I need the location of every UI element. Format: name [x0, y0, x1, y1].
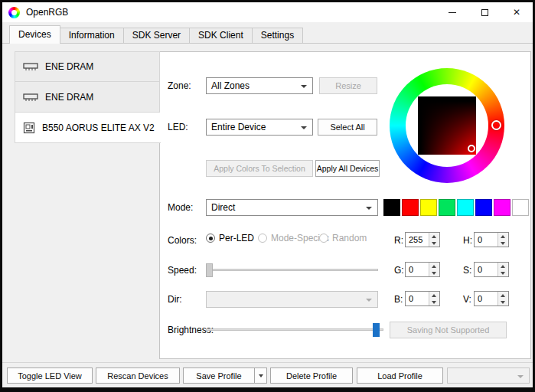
green-value: 0: [409, 265, 413, 274]
hue-label: H:: [463, 235, 472, 246]
hue-marker[interactable]: [491, 120, 501, 130]
zone-select[interactable]: All Zones: [206, 77, 313, 94]
spin-down-icon[interactable]: [498, 240, 508, 247]
spin-up-icon[interactable]: [498, 292, 508, 299]
apply-colors-to-selection-button: Apply Colors To Selection: [206, 160, 313, 177]
minimize-icon: [449, 12, 456, 13]
tab-settings[interactable]: Settings: [252, 28, 303, 43]
color-swatch[interactable]: [457, 199, 474, 216]
chevron-down-icon: [366, 207, 372, 210]
radio-dot-icon: [206, 234, 215, 243]
color-swatch[interactable]: [383, 199, 400, 216]
toggle-led-view-button[interactable]: Toggle LED View: [7, 368, 93, 384]
radio-random-label: Random: [332, 233, 367, 243]
apply-all-devices-button[interactable]: Apply All Devices: [315, 160, 380, 177]
spin-down-icon[interactable]: [429, 240, 439, 247]
save-profile-split-button: Save Profile: [183, 368, 267, 384]
spin-down-icon[interactable]: [429, 299, 439, 305]
radio-dot-icon: [258, 234, 267, 243]
speed-label: Speed:: [168, 265, 197, 276]
chevron-down-icon: [366, 299, 372, 302]
zone-select-value: All Zones: [211, 80, 250, 91]
spin-up-icon[interactable]: [498, 233, 508, 240]
openrgb-logo-icon: [8, 7, 20, 18]
brightness-slider[interactable]: [206, 323, 383, 337]
color-swatch[interactable]: [439, 199, 455, 216]
tab-devices[interactable]: Devices: [9, 25, 60, 44]
color-swatch-row: [383, 199, 529, 216]
device-item-label: ENE DRAM: [45, 61, 93, 72]
footer-toolbar: Toggle LED View Rescan Devices Save Prof…: [2, 362, 533, 387]
tab-sdk-server[interactable]: SDK Server: [123, 28, 190, 43]
radio-dot-icon: [319, 234, 328, 243]
select-all-button[interactable]: Select All: [318, 119, 377, 136]
color-swatch[interactable]: [402, 199, 419, 216]
spin-down-icon[interactable]: [498, 299, 508, 305]
minimize-button[interactable]: [436, 2, 468, 22]
device-panel: Zone: All Zones Resize LED: Entire Devic…: [159, 51, 531, 359]
hue-value: 0: [478, 235, 482, 244]
close-icon: ✕: [513, 8, 520, 17]
device-item-label: B550 AORUS ELITE AX V2: [42, 122, 155, 133]
spin-down-icon[interactable]: [498, 270, 508, 276]
blue-label: B:: [394, 294, 403, 305]
radio-per-led[interactable]: Per-LED: [206, 233, 254, 243]
led-label: LED:: [168, 122, 188, 132]
radio-per-led-label: Per-LED: [219, 233, 254, 243]
dir-select: [206, 291, 378, 308]
value-value: 0: [478, 294, 482, 303]
colors-label: Colors:: [168, 235, 197, 246]
save-profile-button[interactable]: Save Profile: [184, 368, 254, 383]
red-value: 255: [409, 235, 422, 244]
spin-arrows: [429, 292, 439, 305]
window-controls: ✕: [436, 2, 533, 22]
tab-sdk-client[interactable]: SDK Client: [189, 28, 253, 43]
dram-icon: [23, 61, 38, 72]
slider-groove: [206, 328, 383, 331]
color-swatch[interactable]: [475, 199, 492, 216]
chevron-down-icon: [259, 374, 263, 377]
red-label: R:: [394, 235, 403, 246]
window-title: OpenRGB: [26, 7, 68, 18]
motherboard-icon: [23, 122, 35, 134]
spin-arrows: [429, 263, 439, 276]
tab-information[interactable]: Information: [60, 28, 124, 43]
mode-select[interactable]: Direct: [206, 199, 378, 216]
red-spinbox[interactable]: 255: [405, 232, 440, 247]
spin-up-icon[interactable]: [429, 292, 439, 299]
spin-down-icon[interactable]: [429, 270, 439, 276]
color-swatch[interactable]: [420, 199, 437, 216]
rescan-devices-button[interactable]: Rescan Devices: [96, 368, 180, 384]
spin-up-icon[interactable]: [429, 233, 439, 240]
spin-up-icon[interactable]: [498, 263, 508, 270]
hue-spinbox[interactable]: 0: [474, 232, 509, 247]
close-button[interactable]: ✕: [501, 2, 533, 22]
blue-spinbox[interactable]: 0: [405, 291, 440, 306]
device-item-label: ENE DRAM: [45, 92, 93, 103]
save-profile-dropdown-button[interactable]: [254, 368, 266, 383]
saturation-value-picker[interactable]: [418, 96, 476, 155]
delete-profile-button[interactable]: Delete Profile: [270, 368, 353, 384]
device-item-ene-dram-1[interactable]: ENE DRAM: [15, 51, 160, 82]
slider-handle: [206, 263, 213, 277]
slider-handle[interactable]: [373, 323, 380, 337]
zone-label: Zone:: [168, 80, 191, 91]
load-profile-button[interactable]: Load Profile: [357, 368, 443, 384]
device-item-ene-dram-2[interactable]: ENE DRAM: [15, 82, 160, 113]
dram-icon: [23, 92, 38, 103]
blue-value: 0: [409, 294, 413, 303]
led-select-value: Entire Device: [211, 122, 266, 132]
saturation-spinbox[interactable]: 0: [474, 262, 509, 277]
device-list: ENE DRAM ENE DRAM B550 AORUS ELITE AX V2: [15, 51, 160, 143]
radio-random: Random: [319, 233, 367, 243]
saturation-value-marker[interactable]: [468, 145, 475, 152]
value-label: V:: [463, 294, 471, 305]
color-swatch[interactable]: [512, 199, 529, 216]
maximize-button[interactable]: [468, 2, 501, 22]
device-item-b550-aorus[interactable]: B550 AORUS ELITE AX V2: [15, 113, 161, 143]
led-select[interactable]: Entire Device: [206, 119, 313, 136]
green-spinbox[interactable]: 0: [405, 262, 440, 277]
color-swatch[interactable]: [494, 199, 511, 216]
value-spinbox[interactable]: 0: [474, 291, 509, 306]
spin-up-icon[interactable]: [429, 263, 439, 270]
